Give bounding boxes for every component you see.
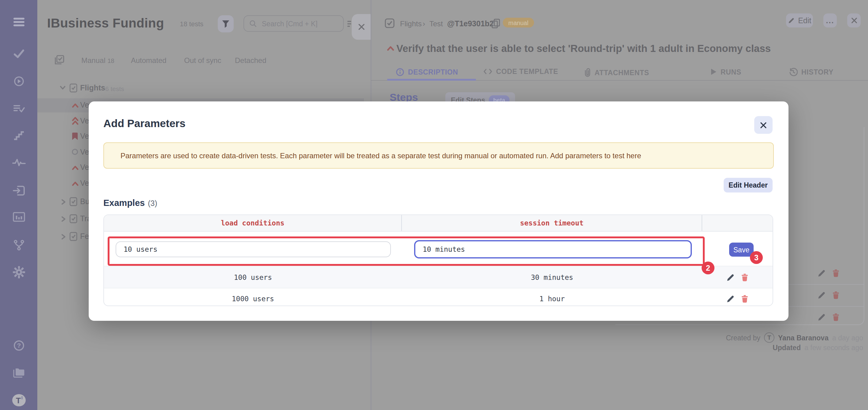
import-icon[interactable] [12,184,25,197]
select-tests-icon[interactable] [54,55,65,65]
modal-title: Add Parameters [103,117,185,130]
tab-code-template[interactable]: CODE TEMPLATE [483,68,558,75]
load-conditions-input[interactable] [116,241,391,257]
updated-line: Updated a few seconds ago [773,344,863,351]
modal-close-button[interactable] [754,116,773,134]
chevron-right-icon [61,233,66,240]
tab-manual-count: 18 [107,58,114,64]
search-icon [249,20,257,28]
chevron-up-icon [71,103,79,108]
chevron-right-icon [61,198,66,205]
session-timeout-input[interactable] [414,240,692,259]
save-button[interactable]: Save [729,243,754,257]
edit-button[interactable]: Edit [786,13,813,28]
tab-attachments[interactable]: ATTACHMENTS [584,68,649,77]
breadcrumb-root[interactable]: Flights [400,20,422,28]
trash-icon[interactable] [832,313,840,321]
folders-icon[interactable] [11,367,26,379]
test-doc-icon [69,83,78,93]
ellipsis-icon: ... [826,16,834,25]
paperclip-icon [584,68,591,77]
delete-row-icon[interactable] [741,273,749,281]
tree-folder-flights[interactable]: Flights 6 tests [37,81,371,95]
app-viewport: ? T IBusiness Funding 18 tests Manu [0,0,868,410]
more-button[interactable]: ... [823,13,837,28]
tab-automated[interactable]: Automated [131,56,166,65]
pencil-icon[interactable] [817,269,826,277]
tab-description[interactable]: DESCRIPTION [396,68,458,76]
breadcrumb-separator: › [423,20,425,28]
project-title: IBusiness Funding [47,16,164,31]
tab-history[interactable]: HISTORY [789,68,833,76]
checklist-icon[interactable] [12,103,25,114]
active-tab-underline [387,79,476,80]
play-icon [710,68,717,76]
trash-icon[interactable] [832,291,840,299]
test-doc-icon [69,197,78,206]
tab-out-of-sync[interactable]: Out of sync [184,56,221,65]
edit-header-button[interactable]: Edit Header [724,178,773,193]
created-by-name: Yana Baranova [778,334,829,341]
filter-button[interactable] [218,15,234,32]
chevron-up-icon [386,45,395,51]
test-id: @T1e9301b2 [447,20,494,28]
history-icon [789,68,798,76]
edit-row-icon[interactable] [726,273,735,281]
breadcrumb-leaf: Test [429,20,443,28]
test-check-icon [384,18,395,29]
row-divider [788,306,864,307]
left-rail: ? T [0,0,37,410]
table-row: 100 users 30 minutes [104,266,773,288]
pulse-icon[interactable] [12,158,25,167]
close-icon [850,17,857,24]
annotation-badge-3: 3 [750,251,763,264]
created-time: a day ago [832,334,863,341]
trash-icon[interactable] [832,269,840,277]
info-banner-text: Parameters are used to create data-drive… [104,151,641,160]
funnel-icon [221,19,230,28]
code-icon [483,68,492,75]
svg-text:T: T [16,396,21,405]
gear-icon[interactable] [12,266,25,279]
chevron-up-icon [71,180,79,186]
table-header-row: load conditions session timeout [104,215,773,232]
pencil-icon[interactable] [817,313,826,321]
column-header-actions [702,215,773,231]
close-pane-button[interactable] [847,13,861,28]
test-doc-icon [69,231,78,241]
tab-runs[interactable]: RUNS [710,68,741,76]
tab-manual[interactable]: Manual 18 [81,56,114,65]
menu-icon[interactable] [12,16,25,28]
collapse-panel-button[interactable] [352,14,371,40]
delete-row-icon[interactable] [741,295,749,303]
pencil-icon [787,17,794,24]
info-banner: Parameters are used to create data-drive… [103,142,774,169]
steps-icon[interactable] [12,130,25,141]
check-icon[interactable] [12,48,25,59]
bookmark-icon [71,131,79,140]
status-badge: manual [503,18,534,28]
column-header-load-conditions: load conditions [104,215,402,231]
avatar: T [764,332,774,343]
logo-icon[interactable]: T [11,394,26,407]
close-icon [760,121,767,129]
help-icon[interactable]: ? [12,339,25,352]
add-parameters-modal: Add Parameters Parameters are used to cr… [89,101,788,321]
chevron-up-icon [71,165,79,170]
chevron-right-icon [61,216,66,223]
created-by-line: Created by T Yana Baranova a day ago [726,332,863,343]
tab-detached[interactable]: Detached [235,56,267,65]
double-chevron-up-icon [71,116,79,125]
play-circle-icon[interactable] [12,75,25,88]
updated-time: a few seconds ago [804,344,863,351]
close-icon [358,23,365,31]
pencil-icon[interactable] [817,291,826,299]
test-title: Verify that the user is able to select '… [396,43,861,55]
report-icon[interactable] [12,211,25,223]
search-input[interactable] [260,19,336,28]
edit-row-icon[interactable] [726,295,735,303]
branch-icon[interactable] [12,239,25,251]
circle-icon [71,148,78,155]
copy-icon[interactable] [491,18,500,29]
row-divider [788,284,864,285]
